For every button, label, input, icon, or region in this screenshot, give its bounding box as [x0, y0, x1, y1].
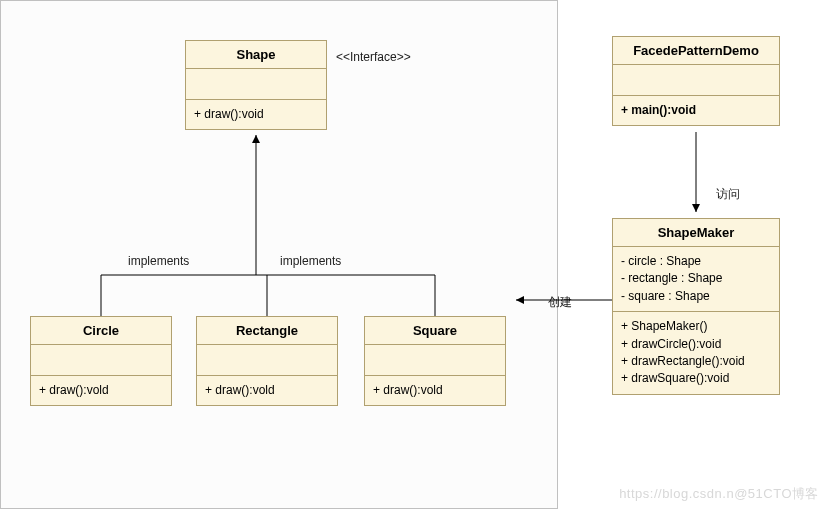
method: + main():void: [621, 102, 771, 119]
attr: - rectangle : Shape: [621, 270, 771, 287]
method: + ShapeMaker(): [621, 318, 771, 335]
class-methods: + draw():void: [186, 100, 326, 129]
attr: - square : Shape: [621, 288, 771, 305]
class-name: Square: [365, 317, 505, 345]
method: + drawCircle():void: [621, 336, 771, 353]
class-rectangle: Rectangle + draw():vold: [196, 316, 338, 406]
label-implements-left: implements: [128, 254, 189, 268]
method: + draw():vold: [205, 382, 329, 399]
class-square: Square + draw():vold: [364, 316, 506, 406]
class-name: ShapeMaker: [613, 219, 779, 247]
class-attrs: [365, 345, 505, 376]
class-name: FacedePatternDemo: [613, 37, 779, 65]
class-methods: + ShapeMaker() + drawCircle():void + dra…: [613, 312, 779, 394]
class-methods: + draw():vold: [31, 376, 171, 405]
label-visit: 访问: [716, 186, 740, 203]
class-attrs: [197, 345, 337, 376]
watermark: https://blog.csdn.n@51CTO博客: [619, 485, 819, 503]
attr: - circle : Shape: [621, 253, 771, 270]
class-methods: + main():void: [613, 96, 779, 125]
class-name: Circle: [31, 317, 171, 345]
method: + draw():vold: [39, 382, 163, 399]
class-shape: Shape + draw():void: [185, 40, 327, 130]
class-name: Shape: [186, 41, 326, 69]
class-attrs: [613, 65, 779, 96]
class-maker: ShapeMaker - circle : Shape - rectangle …: [612, 218, 780, 395]
class-circle: Circle + draw():vold: [30, 316, 172, 406]
method: + draw():vold: [373, 382, 497, 399]
method: + drawRectangle():void: [621, 353, 771, 370]
method: + draw():void: [194, 106, 318, 123]
class-methods: + draw():vold: [197, 376, 337, 405]
class-attrs: [31, 345, 171, 376]
class-name: Rectangle: [197, 317, 337, 345]
class-attrs: - circle : Shape - rectangle : Shape - s…: [613, 247, 779, 312]
label-create: 创建: [548, 294, 572, 311]
class-demo: FacedePatternDemo + main():void: [612, 36, 780, 126]
class-attrs: [186, 69, 326, 100]
label-implements-right: implements: [280, 254, 341, 268]
stereotype-interface: <<Interface>>: [336, 50, 411, 64]
class-methods: + draw():vold: [365, 376, 505, 405]
method: + drawSquare():void: [621, 370, 771, 387]
